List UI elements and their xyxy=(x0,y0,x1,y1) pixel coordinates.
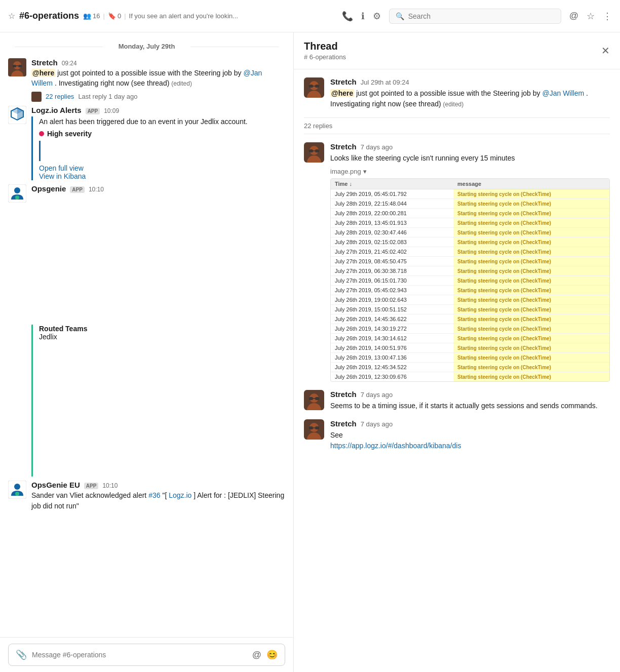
message-header: Opsgenie APP 10:10 xyxy=(31,184,285,193)
message-input[interactable] xyxy=(32,651,247,659)
alert-links: Open full view View in Kibana xyxy=(39,164,285,180)
members-icon: 👥 xyxy=(83,12,91,20)
thread-title: Thread xyxy=(304,41,346,52)
thread-header: Thread # 6-operations ✕ xyxy=(294,32,620,69)
star-outline-icon[interactable]: ☆ xyxy=(587,11,595,22)
attachment-name: image.png ▾ xyxy=(330,168,610,175)
table-cell: Starting steering cycle on (CheckTime) xyxy=(453,353,609,363)
table-cell: Starting steering cycle on (CheckTime) xyxy=(453,305,609,314)
severity-row: High severity xyxy=(39,130,285,138)
table-row: July 27th 2019, 06:15:01.730Starting ste… xyxy=(331,276,609,286)
list-item: Stretch 09:24 @here just got pointed to … xyxy=(0,56,293,104)
thread-reply: Stretch 7 days ago Seems to be a timing … xyxy=(304,390,610,411)
at-icon[interactable]: @ xyxy=(569,11,578,21)
header-meta: 👥 16 | 🔖 0 | If you see an alert and you… xyxy=(83,12,238,20)
table-cell: July 26th 2019, 13:00:47.136 xyxy=(331,353,453,363)
close-thread-button[interactable]: ✕ xyxy=(601,45,610,57)
message-content: Opsgenie APP 10:10 Routed Teams Jedlix xyxy=(31,184,285,477)
members-count: 16 xyxy=(93,12,100,20)
app-badge: APP xyxy=(70,186,85,193)
table-cell: July 28th 2019, 02:15:02.083 xyxy=(331,238,453,247)
message-content: OpsGenie EU APP 10:10 Sander van Vliet a… xyxy=(31,481,285,511)
dropdown-icon[interactable]: ▾ xyxy=(363,168,367,175)
timestamp: 10:09 xyxy=(104,107,119,114)
sender-name: Stretch xyxy=(31,58,58,67)
table-row: July 27th 2019, 21:45:02.402Starting ste… xyxy=(331,247,609,257)
message-input-box: 📎 @ 😊 xyxy=(8,644,285,666)
replies-link[interactable]: 22 replies xyxy=(46,93,74,100)
table-cell: July 28th 2019, 22:00:00.281 xyxy=(331,209,453,218)
table-cell: Starting steering cycle on (CheckTime) xyxy=(453,372,609,382)
mention-user: @Jan Willem xyxy=(542,89,584,97)
table-cell: Starting steering cycle on (CheckTime) xyxy=(453,324,609,334)
search-input[interactable] xyxy=(408,12,555,20)
alert-text: An alert has been triggered due to an ev… xyxy=(39,116,285,127)
table-cell: July 28th 2019, 22:15:48.044 xyxy=(331,199,453,209)
at-input-icon[interactable]: @ xyxy=(252,650,261,660)
table-cell: July 26th 2019, 14:45:36.622 xyxy=(331,314,453,324)
emoji-icon[interactable]: 😊 xyxy=(266,649,278,660)
thread-time: 7 days ago xyxy=(361,391,393,399)
alert-number-link[interactable]: #36 xyxy=(148,491,160,499)
message-input-area: 📎 @ 😊 xyxy=(0,637,293,672)
table-cell: Starting steering cycle on (CheckTime) xyxy=(453,276,609,286)
severity-text: High severity xyxy=(47,130,92,138)
kibana-link[interactable]: https://app.logz.io/#/dashboard/kibana/d… xyxy=(330,442,461,450)
message-header: Logz.io Alerts APP 10:09 xyxy=(31,106,285,114)
svg-point-16 xyxy=(14,484,20,490)
svg-rect-33 xyxy=(309,397,313,400)
avatar xyxy=(304,390,324,410)
more-icon[interactable]: ⋮ xyxy=(603,11,612,22)
table-cell: Starting steering cycle on (CheckTime) xyxy=(453,314,609,324)
paperclip-icon[interactable]: 📎 xyxy=(16,649,27,660)
table-cell: Starting steering cycle on (CheckTime) xyxy=(453,199,609,209)
table-cell: July 27th 2019, 08:45:50.475 xyxy=(331,257,453,266)
table-cell: July 26th 2019, 12:30:09.676 xyxy=(331,372,453,382)
thread-msg-text: Seems to be a timing issue, if it starts… xyxy=(330,401,610,411)
thread-sender: Stretch xyxy=(330,419,357,428)
svg-rect-3 xyxy=(13,65,16,67)
mention-here: @here xyxy=(330,89,354,97)
thread-time: Jul 29th at 09:24 xyxy=(361,78,409,86)
thread-panel: Thread # 6-operations ✕ xyxy=(294,32,620,672)
table-cell: Starting steering cycle on (CheckTime) xyxy=(453,189,609,199)
table-row: July 26th 2019, 15:00:51.152Starting ste… xyxy=(331,305,609,314)
table-cell: Starting steering cycle on (CheckTime) xyxy=(453,295,609,305)
svg-rect-39 xyxy=(309,426,313,429)
table-row: July 27th 2019, 05:45:02.943Starting ste… xyxy=(331,286,609,295)
image-attachment: image.png ▾ Time ↓ message xyxy=(330,168,610,382)
routed-label: Routed Teams xyxy=(39,325,285,333)
logzio-link[interactable]: Logz.io xyxy=(169,491,191,499)
thread-reply: Stretch 7 days ago See https://app.logz.… xyxy=(304,419,610,451)
last-reply: Last reply 1 day ago xyxy=(78,93,137,100)
table-row: July 26th 2019, 14:30:14.612Starting ste… xyxy=(331,334,609,343)
thread-sender: Stretch xyxy=(330,77,357,86)
table-row: July 26th 2019, 12:30:09.676Starting ste… xyxy=(331,372,609,382)
gear-icon[interactable]: ⚙ xyxy=(373,11,381,22)
app-container: ☆ #6-operations 👥 16 | 🔖 0 | If you see … xyxy=(0,0,620,672)
open-full-view-link[interactable]: Open full view xyxy=(39,164,285,172)
thread-msg-content: Stretch 7 days ago Seems to be a timing … xyxy=(330,390,610,411)
table-row: July 26th 2019, 14:00:51.976Starting ste… xyxy=(331,343,609,353)
search-box[interactable]: 🔍 xyxy=(389,9,561,24)
view-in-kibana-link[interactable]: View in Kibana xyxy=(39,172,285,180)
svg-rect-21 xyxy=(309,85,313,88)
timestamp: 10:10 xyxy=(89,186,104,193)
thread-messages: Stretch Jul 29th at 09:24 @here just got… xyxy=(294,69,620,672)
table-row: July 27th 2019, 08:45:50.475Starting ste… xyxy=(331,257,609,266)
table-cell: July 27th 2019, 06:30:38.718 xyxy=(331,266,453,276)
thread-channel: # 6-operations xyxy=(304,53,346,61)
table-row: July 26th 2019, 13:00:47.136Starting ste… xyxy=(331,353,609,363)
severity-dot xyxy=(39,131,44,136)
table-cell: July 27th 2019, 05:45:02.943 xyxy=(331,286,453,295)
channel-panel: Monday, July 29th xyxy=(0,32,294,672)
table-cell: July 27th 2019, 21:45:02.402 xyxy=(331,247,453,257)
phone-icon[interactable]: 📞 xyxy=(342,11,353,22)
star-icon[interactable]: ☆ xyxy=(8,11,15,21)
replies-count: 22 replies xyxy=(304,117,610,134)
channel-header: ☆ #6-operations 👥 16 | 🔖 0 | If you see … xyxy=(0,0,620,32)
avatar xyxy=(304,419,324,440)
sender-name: Opsgenie xyxy=(31,184,66,193)
table-cell: Starting steering cycle on (CheckTime) xyxy=(453,247,609,257)
info-icon[interactable]: ℹ xyxy=(361,11,365,22)
